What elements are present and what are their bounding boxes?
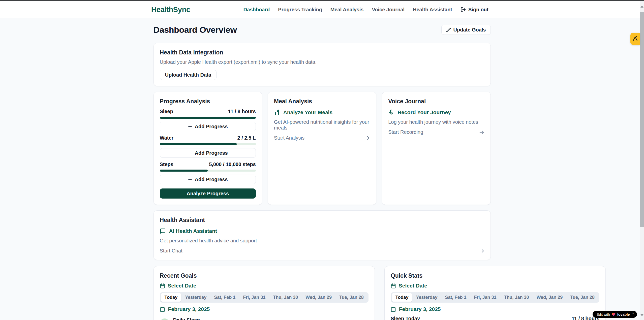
progress-analysis-title: Progress Analysis <box>160 98 256 105</box>
add-progress-button[interactable]: Add Progress <box>160 122 256 131</box>
tab-today[interactable]: Today <box>161 293 181 302</box>
analyze-your-meals-link[interactable]: Analyze Your Meals <box>274 109 370 115</box>
progress-bar-fill <box>160 170 208 172</box>
app-header: HealthSync Dashboard Progress Tracking M… <box>0 1 640 18</box>
start-analysis-label: Start Analysis <box>274 135 304 141</box>
tab-wed-jan-29[interactable]: Wed, Jan 29 <box>533 293 567 302</box>
health-assistant-description: Get personalized health advice and suppo… <box>160 238 484 244</box>
scrollbar-thumb[interactable] <box>640 12 644 227</box>
select-date-label: Select Date <box>168 283 196 289</box>
ai-health-assistant-label: AI Health Assistant <box>169 228 217 234</box>
scroll-up-icon <box>640 6 643 8</box>
quick-stats-title: Quick Stats <box>391 272 599 279</box>
chat-icon <box>160 228 166 234</box>
upload-health-data-button[interactable]: Upload Health Data <box>160 70 217 80</box>
selected-date: February 3, 2025 <box>391 306 599 312</box>
page-title: Dashboard Overview <box>154 25 237 35</box>
start-recording-row[interactable]: Start Recording <box>388 129 484 135</box>
analyze-progress-button[interactable]: Analyze Progress <box>160 188 256 199</box>
start-recording-label: Start Recording <box>388 129 423 135</box>
pencil-icon <box>446 27 451 32</box>
progress-value: 5,000 / 10,000 steps <box>209 162 256 167</box>
voice-journal-title: Voice Journal <box>388 98 484 105</box>
selected-date: February 3, 2025 <box>160 306 369 312</box>
health-data-integration-card: Health Data Integration Upload your Appl… <box>154 43 491 86</box>
progress-bar-fill <box>160 117 256 119</box>
scrollbar[interactable] <box>640 1 644 320</box>
scrollbar-down-button[interactable] <box>640 311 644 319</box>
voice-journal-description: Log your health journey with voice notes <box>388 119 484 125</box>
nav-health-assistant[interactable]: Health Assistant <box>413 7 452 13</box>
utensils-icon <box>274 109 280 115</box>
progress-item-water: Water 2 / 2.5 L Add Progress <box>160 135 256 158</box>
add-progress-button[interactable]: Add Progress <box>160 148 256 158</box>
start-analysis-row[interactable]: Start Analysis <box>274 135 370 141</box>
selected-date-label: February 3, 2025 <box>168 306 210 312</box>
plus-icon <box>188 151 192 155</box>
meal-analysis-title: Meal Analysis <box>274 98 370 105</box>
record-your-journey-link[interactable]: Record Your Journey <box>388 109 484 115</box>
tab-thu-jan-30[interactable]: Thu, Jan 30 <box>500 293 533 302</box>
logout-icon <box>461 7 466 12</box>
add-progress-label: Add Progress <box>195 177 228 182</box>
start-chat-row[interactable]: Start Chat <box>160 248 484 254</box>
sign-out-button[interactable]: Sign out <box>461 7 488 13</box>
tab-today[interactable]: Today <box>392 293 412 302</box>
nav-dashboard[interactable]: Dashboard <box>243 7 270 13</box>
goal-completed-badge <box>160 318 169 320</box>
edit-with-lovable-badge[interactable]: Edit with lovable × <box>593 311 637 318</box>
tab-tue-jan-28[interactable]: Tue, Jan 28 <box>335 293 367 302</box>
progress-bar-track <box>160 143 256 145</box>
progress-value: 11 / 8 hours <box>228 109 256 114</box>
tab-yesterday[interactable]: Yesterday <box>181 293 210 302</box>
voice-journal-card: Voice Journal Record Your Journey Log yo… <box>382 92 490 205</box>
date-tabs: Today Yesterday Sat, Feb 1 Fri, Jan 31 T… <box>160 292 369 303</box>
tab-fri-jan-31[interactable]: Fri, Jan 31 <box>470 293 500 302</box>
selected-date-label: February 3, 2025 <box>399 306 441 312</box>
progress-bar-track <box>160 170 256 172</box>
nav-meal-analysis[interactable]: Meal Analysis <box>330 7 364 13</box>
recent-goals-title: Recent Goals <box>160 272 369 279</box>
progress-item-steps: Steps 5,000 / 10,000 steps Add Progress <box>160 162 256 184</box>
update-goals-label: Update Goals <box>453 27 486 33</box>
analyze-your-meals-label: Analyze Your Meals <box>283 109 332 115</box>
tab-fri-jan-31[interactable]: Fri, Jan 31 <box>239 293 269 302</box>
scrollbar-up-button[interactable] <box>640 2 644 11</box>
select-date-button[interactable]: Select Date <box>391 283 599 289</box>
heart-icon <box>612 313 616 316</box>
progress-bar-track <box>160 117 256 119</box>
add-progress-button[interactable]: Add Progress <box>160 175 256 184</box>
goal-item-daily-sleep: Daily Sleep 11 / 8 hours <box>160 317 369 320</box>
edit-with-label: Edit with <box>597 312 610 316</box>
ai-health-assistant-link[interactable]: AI Health Assistant <box>160 228 484 234</box>
select-date-button[interactable]: Select Date <box>160 283 369 289</box>
integration-description: Upload your Apple Health export (export.… <box>160 59 484 65</box>
tab-tue-jan-28[interactable]: Tue, Jan 28 <box>566 293 598 302</box>
record-your-journey-label: Record Your Journey <box>397 109 451 115</box>
select-date-label: Select Date <box>399 283 427 289</box>
arrow-right-icon <box>479 130 484 135</box>
app-logo[interactable]: HealthSync <box>151 6 190 14</box>
progress-label: Water <box>160 135 174 141</box>
calendar-icon <box>160 307 165 312</box>
arrow-right-icon <box>479 248 484 254</box>
update-goals-button[interactable]: Update Goals <box>441 25 491 35</box>
nav-progress-tracking[interactable]: Progress Tracking <box>278 7 322 13</box>
recent-goals-card: Recent Goals Select Date Today Yesterday… <box>154 266 375 320</box>
close-icon[interactable]: × <box>632 312 634 315</box>
lovable-brand-label: lovable <box>617 312 630 316</box>
tab-thu-jan-30[interactable]: Thu, Jan 30 <box>269 293 302 302</box>
nav-voice-journal[interactable]: Voice Journal <box>372 7 405 13</box>
calendar-icon <box>391 307 396 312</box>
lovable-edge-tab[interactable] <box>630 33 640 45</box>
progress-label: Steps <box>160 162 173 167</box>
microphone-icon <box>388 109 394 115</box>
tab-yesterday[interactable]: Yesterday <box>412 293 441 302</box>
scroll-down-icon <box>640 314 643 316</box>
start-chat-label: Start Chat <box>160 248 182 254</box>
tab-sat-feb-1[interactable]: Sat, Feb 1 <box>210 293 239 302</box>
quick-stats-card: Quick Stats Select Date Today Yesterday … <box>384 266 606 320</box>
tab-sat-feb-1[interactable]: Sat, Feb 1 <box>441 293 470 302</box>
tab-wed-jan-29[interactable]: Wed, Jan 29 <box>302 293 335 302</box>
calendar-icon <box>391 283 396 289</box>
